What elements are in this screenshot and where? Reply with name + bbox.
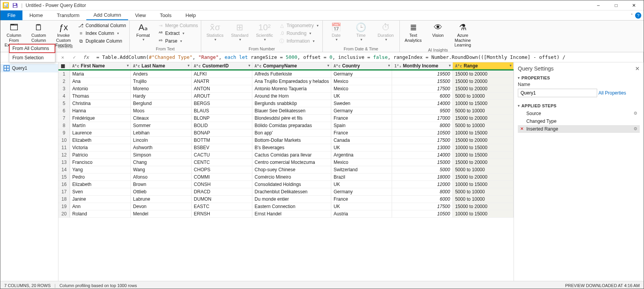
table-row[interactable]: 1MariaAndersALFKIAlfreds FutterkisteGerm… [58, 70, 514, 78]
vision-button[interactable]: 👁Vision [427, 21, 449, 38]
row-number[interactable]: 8 [58, 122, 70, 129]
row-number[interactable]: 19 [58, 203, 70, 210]
cell[interactable]: 17000 [392, 115, 452, 122]
cell[interactable]: 5000 [392, 166, 452, 174]
cell[interactable]: France [331, 115, 392, 122]
cell[interactable]: ANTON [191, 85, 252, 93]
table-row[interactable]: 20RolandMendelERNSHErnst HandelAustria10… [58, 210, 514, 218]
maximize-button[interactable]: □ [607, 0, 625, 10]
col-monthly-income[interactable]: 1²₃Monthly Income▾ [392, 62, 452, 70]
cell[interactable]: Christina [70, 100, 130, 107]
tab-home[interactable]: Home [22, 10, 50, 20]
cell[interactable]: Du monde entier [252, 196, 331, 203]
cell[interactable]: Francisco [70, 159, 130, 166]
filter-icon[interactable]: ▾ [388, 64, 390, 67]
cell[interactable]: Consolidated Holdings [252, 181, 331, 188]
row-number[interactable]: 16 [58, 181, 70, 188]
cell[interactable]: 5000 to 10000 [452, 196, 513, 203]
table-row[interactable]: 19AnnDevonEASTCEastern ConnectionUK17500… [58, 203, 514, 210]
row-number[interactable]: 13 [58, 159, 70, 166]
cell[interactable]: 6000 [392, 196, 452, 203]
row-number[interactable]: 3 [58, 85, 70, 93]
cell[interactable]: Roland [70, 210, 130, 218]
cell[interactable]: Victoria [70, 144, 130, 151]
close-button[interactable]: ✕ [625, 0, 643, 10]
cell[interactable]: Ana Trujillo Emparedados y helados [252, 78, 331, 85]
cell[interactable]: CENTC [191, 159, 252, 166]
cell[interactable]: Berglunds snabbköp [252, 100, 331, 107]
cell[interactable]: B's Beverages [252, 144, 331, 151]
collapse-ribbon-icon[interactable]: ˄ [629, 13, 635, 17]
table-row[interactable]: 18JanineLabruneDUMONDu monde entierFranc… [58, 196, 514, 203]
row-number[interactable]: 2 [58, 78, 70, 85]
cell[interactable]: Sven [70, 188, 130, 196]
row-number[interactable]: 18 [58, 196, 70, 203]
cell[interactable]: 10000 to 15000 [452, 144, 513, 151]
filter-icon[interactable]: ▾ [510, 64, 512, 67]
cell[interactable]: Germany [331, 188, 392, 196]
cell[interactable]: Yang [70, 166, 130, 174]
cell[interactable]: 10000 to 15000 [452, 100, 513, 107]
cell[interactable]: 6000 [392, 93, 452, 100]
cell[interactable]: 15000 to 20000 [452, 174, 513, 181]
gear-icon[interactable]: ⚙ [634, 126, 637, 131]
invoke-custom-function-button[interactable]: ƒx Invoke Custom Function [52, 21, 75, 48]
row-number[interactable]: 4 [58, 93, 70, 100]
cell[interactable]: Blauer See Delikatessen [252, 107, 331, 115]
cell[interactable]: Devon [130, 203, 191, 210]
cell[interactable]: Wang [130, 166, 191, 174]
row-number[interactable]: 10 [58, 137, 70, 144]
cell[interactable]: 10500 [392, 210, 452, 218]
cell[interactable]: Blondesddsl père et fils [252, 115, 331, 122]
cell[interactable]: Germany [331, 70, 392, 78]
col-customer-id[interactable]: AᴮcCustomerID▾ [191, 62, 252, 70]
cell[interactable]: Cactus Comidas para llevar [252, 151, 331, 159]
cell[interactable]: 12000 [392, 181, 452, 188]
cell[interactable]: Ana [70, 78, 130, 85]
cell[interactable]: CACTU [191, 151, 252, 159]
cell[interactable]: 8000 [392, 188, 452, 196]
row-number[interactable]: 1 [58, 70, 70, 78]
row-number[interactable]: 17 [58, 188, 70, 196]
cell[interactable]: Drachenblut Delikatessen [252, 188, 331, 196]
cell[interactable]: Sommer [130, 122, 191, 129]
cell[interactable]: 15000 to 20000 [452, 159, 513, 166]
row-number[interactable]: 7 [58, 115, 70, 122]
table-row[interactable]: 11VictoriaAshworthBSBEVB's BeveragesUK13… [58, 144, 514, 151]
table-row[interactable]: 2AnaTrujilloANATRAna Trujillo Emparedado… [58, 78, 514, 85]
row-number[interactable]: 6 [58, 107, 70, 115]
all-properties-link[interactable]: All Properties [598, 90, 626, 96]
cell[interactable]: Antonio [70, 85, 130, 93]
duplicate-column-button[interactable]: ⧉Duplicate Column [77, 38, 127, 45]
cell[interactable]: 15000 to 20000 [452, 85, 513, 93]
filter-icon[interactable]: ▾ [127, 64, 129, 67]
cell[interactable]: Austria [331, 210, 392, 218]
table-row[interactable]: 12PatricioSimpsonCACTUCactus Comidas par… [58, 151, 514, 159]
table-row[interactable]: 13FranciscoChangCENTCCentro comercial Mo… [58, 159, 514, 166]
cell[interactable]: Brown [130, 181, 191, 188]
table-row[interactable]: 6HannaMoosBLAUSBlauer See DelikatessenGe… [58, 107, 514, 115]
filter-icon[interactable]: ▾ [248, 64, 250, 67]
tab-file[interactable]: File [0, 10, 22, 20]
cell[interactable]: 15000 to 20000 [452, 137, 513, 144]
cell[interactable]: 10000 to 15000 [452, 181, 513, 188]
cell[interactable]: Germany [331, 107, 392, 115]
from-selection-item[interactable]: From Selection [9, 53, 55, 62]
cell[interactable]: Sweden [331, 100, 392, 107]
cell[interactable]: Ashworth [130, 144, 191, 151]
cell[interactable]: BERGS [191, 100, 252, 107]
cell[interactable]: Moreno [130, 85, 191, 93]
format-button[interactable]: Aₐ Format▼ [132, 21, 154, 41]
table-row[interactable]: 10ElizabethLincolnBOTTMBottom-Dollar Mar… [58, 137, 514, 144]
cell[interactable]: Pedro [70, 174, 130, 181]
cell[interactable]: Lincoln [130, 137, 191, 144]
cell[interactable]: 13000 [392, 144, 452, 151]
tab-add-column[interactable]: Add Column [86, 10, 128, 20]
cell[interactable]: Moos [130, 107, 191, 115]
gear-icon[interactable]: ⚙ [634, 111, 637, 116]
cell[interactable]: 5000 to 10000 [452, 188, 513, 196]
cell[interactable]: ALFKI [191, 70, 252, 78]
filter-icon[interactable]: ▾ [327, 64, 329, 67]
cell[interactable]: Mexico [331, 159, 392, 166]
cell[interactable]: CONSH [191, 181, 252, 188]
